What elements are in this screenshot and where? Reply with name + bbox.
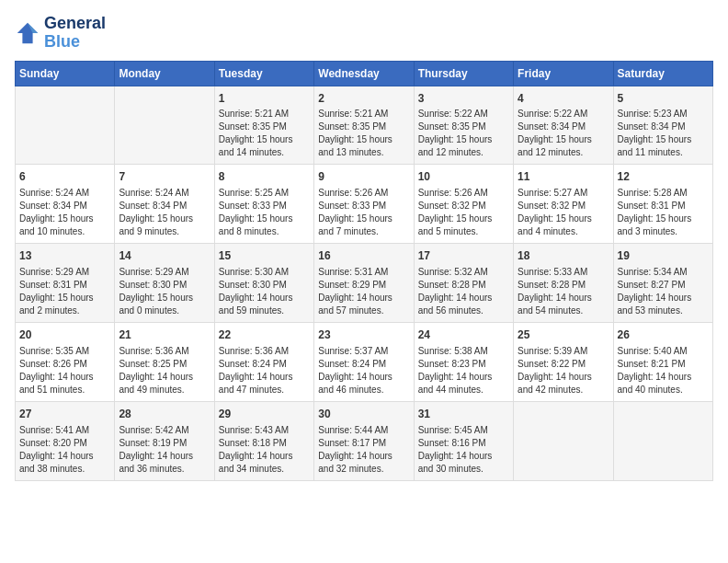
day-info: Sunrise: 5:21 AM Sunset: 8:35 PM Dayligh…: [318, 108, 409, 159]
day-info: Sunrise: 5:38 AM Sunset: 8:23 PM Dayligh…: [418, 345, 509, 396]
day-info: Sunrise: 5:41 AM Sunset: 8:20 PM Dayligh…: [19, 424, 110, 476]
calendar-week-5: 27Sunrise: 5:41 AM Sunset: 8:20 PM Dayli…: [16, 401, 713, 480]
day-info: Sunrise: 5:29 AM Sunset: 8:30 PM Dayligh…: [119, 266, 210, 317]
day-number: 9: [318, 169, 409, 185]
day-info: Sunrise: 5:25 AM Sunset: 8:33 PM Dayligh…: [219, 187, 310, 238]
calendar-cell: 22Sunrise: 5:36 AM Sunset: 8:24 PM Dayli…: [214, 322, 313, 401]
day-header-wednesday: Wednesday: [314, 61, 414, 86]
calendar-cell: 13Sunrise: 5:29 AM Sunset: 8:31 PM Dayli…: [16, 244, 115, 323]
calendar-cell: 7Sunrise: 5:24 AM Sunset: 8:34 PM Daylig…: [115, 165, 214, 244]
day-number: 14: [119, 248, 210, 264]
calendar-cell: 10Sunrise: 5:26 AM Sunset: 8:32 PM Dayli…: [414, 165, 513, 244]
calendar-cell: [16, 86, 115, 165]
day-info: Sunrise: 5:42 AM Sunset: 8:19 PM Dayligh…: [119, 424, 210, 476]
calendar-cell: 5Sunrise: 5:23 AM Sunset: 8:34 PM Daylig…: [613, 86, 712, 165]
calendar-table: SundayMondayTuesdayWednesdayThursdayFrid…: [15, 61, 713, 481]
day-info: Sunrise: 5:34 AM Sunset: 8:27 PM Dayligh…: [618, 266, 709, 317]
day-info: Sunrise: 5:32 AM Sunset: 8:28 PM Dayligh…: [418, 266, 509, 317]
calendar-cell: 16Sunrise: 5:31 AM Sunset: 8:29 PM Dayli…: [314, 244, 414, 323]
day-number: 23: [318, 327, 409, 343]
logo: GeneralBlue: [15, 15, 106, 52]
day-header-saturday: Saturday: [613, 61, 712, 86]
calendar-cell: 31Sunrise: 5:45 AM Sunset: 8:16 PM Dayli…: [414, 401, 513, 480]
day-number: 13: [19, 248, 110, 264]
day-number: 1: [219, 91, 310, 107]
day-info: Sunrise: 5:30 AM Sunset: 8:30 PM Dayligh…: [219, 266, 310, 317]
calendar-week-4: 20Sunrise: 5:35 AM Sunset: 8:26 PM Dayli…: [16, 322, 713, 401]
day-number: 2: [318, 91, 409, 107]
day-info: Sunrise: 5:45 AM Sunset: 8:16 PM Dayligh…: [418, 424, 509, 476]
day-number: 10: [418, 169, 509, 185]
day-number: 20: [19, 327, 110, 343]
day-info: Sunrise: 5:26 AM Sunset: 8:33 PM Dayligh…: [318, 187, 409, 238]
calendar-week-1: 1Sunrise: 5:21 AM Sunset: 8:35 PM Daylig…: [16, 86, 713, 165]
day-info: Sunrise: 5:26 AM Sunset: 8:32 PM Dayligh…: [418, 187, 509, 238]
calendar-cell: 1Sunrise: 5:21 AM Sunset: 8:35 PM Daylig…: [214, 86, 313, 165]
day-info: Sunrise: 5:28 AM Sunset: 8:31 PM Dayligh…: [618, 187, 709, 238]
calendar-cell: [613, 401, 712, 480]
day-header-tuesday: Tuesday: [214, 61, 313, 86]
calendar-week-2: 6Sunrise: 5:24 AM Sunset: 8:34 PM Daylig…: [16, 165, 713, 244]
calendar-cell: 21Sunrise: 5:36 AM Sunset: 8:25 PM Dayli…: [115, 322, 214, 401]
calendar-cell: 8Sunrise: 5:25 AM Sunset: 8:33 PM Daylig…: [214, 165, 313, 244]
calendar-cell: 6Sunrise: 5:24 AM Sunset: 8:34 PM Daylig…: [16, 165, 115, 244]
calendar-cell: 30Sunrise: 5:44 AM Sunset: 8:17 PM Dayli…: [314, 401, 414, 480]
day-info: Sunrise: 5:35 AM Sunset: 8:26 PM Dayligh…: [19, 345, 110, 396]
day-number: 3: [418, 91, 509, 107]
day-number: 4: [518, 91, 609, 107]
day-header-monday: Monday: [115, 61, 214, 86]
day-info: Sunrise: 5:27 AM Sunset: 8:32 PM Dayligh…: [518, 187, 609, 238]
day-info: Sunrise: 5:36 AM Sunset: 8:24 PM Dayligh…: [219, 345, 310, 396]
calendar-cell: 24Sunrise: 5:38 AM Sunset: 8:23 PM Dayli…: [414, 322, 513, 401]
day-info: Sunrise: 5:39 AM Sunset: 8:22 PM Dayligh…: [518, 345, 609, 396]
day-header-sunday: Sunday: [16, 61, 115, 86]
day-number: 30: [318, 407, 409, 422]
day-header-thursday: Thursday: [414, 61, 513, 86]
day-number: 28: [119, 407, 210, 422]
day-number: 24: [418, 327, 509, 343]
calendar-cell: 4Sunrise: 5:22 AM Sunset: 8:34 PM Daylig…: [514, 86, 613, 165]
day-info: Sunrise: 5:24 AM Sunset: 8:34 PM Dayligh…: [19, 187, 110, 238]
calendar-week-3: 13Sunrise: 5:29 AM Sunset: 8:31 PM Dayli…: [16, 244, 713, 323]
day-info: Sunrise: 5:23 AM Sunset: 8:34 PM Dayligh…: [618, 108, 709, 159]
day-number: 18: [518, 248, 609, 264]
day-number: 31: [418, 407, 509, 422]
day-number: 8: [219, 169, 310, 185]
calendar-cell: 15Sunrise: 5:30 AM Sunset: 8:30 PM Dayli…: [214, 244, 313, 323]
day-number: 15: [219, 248, 310, 264]
calendar-cell: 23Sunrise: 5:37 AM Sunset: 8:24 PM Dayli…: [314, 322, 414, 401]
day-number: 22: [219, 327, 310, 343]
logo-text: GeneralBlue: [44, 15, 106, 52]
day-header-friday: Friday: [514, 61, 613, 86]
calendar-cell: [115, 86, 214, 165]
day-info: Sunrise: 5:22 AM Sunset: 8:35 PM Dayligh…: [418, 108, 509, 159]
page-header: GeneralBlue: [15, 15, 713, 52]
day-info: Sunrise: 5:22 AM Sunset: 8:34 PM Dayligh…: [518, 108, 609, 159]
day-info: Sunrise: 5:36 AM Sunset: 8:25 PM Dayligh…: [119, 345, 210, 396]
calendar-cell: 3Sunrise: 5:22 AM Sunset: 8:35 PM Daylig…: [414, 86, 513, 165]
day-info: Sunrise: 5:29 AM Sunset: 8:31 PM Dayligh…: [19, 266, 110, 317]
day-number: 17: [418, 248, 509, 264]
day-number: 27: [19, 407, 110, 422]
day-number: 25: [518, 327, 609, 343]
day-number: 21: [119, 327, 210, 343]
day-number: 16: [318, 248, 409, 264]
day-info: Sunrise: 5:24 AM Sunset: 8:34 PM Dayligh…: [119, 187, 210, 238]
calendar-cell: 2Sunrise: 5:21 AM Sunset: 8:35 PM Daylig…: [314, 86, 414, 165]
calendar-cell: 28Sunrise: 5:42 AM Sunset: 8:19 PM Dayli…: [115, 401, 214, 480]
day-number: 7: [119, 169, 210, 185]
day-info: Sunrise: 5:44 AM Sunset: 8:17 PM Dayligh…: [318, 424, 409, 476]
calendar-cell: 25Sunrise: 5:39 AM Sunset: 8:22 PM Dayli…: [514, 322, 613, 401]
calendar-cell: 17Sunrise: 5:32 AM Sunset: 8:28 PM Dayli…: [414, 244, 513, 323]
calendar-cell: 18Sunrise: 5:33 AM Sunset: 8:28 PM Dayli…: [514, 244, 613, 323]
calendar-cell: 26Sunrise: 5:40 AM Sunset: 8:21 PM Dayli…: [613, 322, 712, 401]
calendar-cell: 27Sunrise: 5:41 AM Sunset: 8:20 PM Dayli…: [16, 401, 115, 480]
calendar-cell: 14Sunrise: 5:29 AM Sunset: 8:30 PM Dayli…: [115, 244, 214, 323]
calendar-cell: 29Sunrise: 5:43 AM Sunset: 8:18 PM Dayli…: [214, 401, 313, 480]
calendar-cell: 11Sunrise: 5:27 AM Sunset: 8:32 PM Dayli…: [514, 165, 613, 244]
day-number: 6: [19, 169, 110, 185]
calendar-cell: 19Sunrise: 5:34 AM Sunset: 8:27 PM Dayli…: [613, 244, 712, 323]
day-number: 29: [219, 407, 310, 422]
calendar-cell: [514, 401, 613, 480]
day-number: 5: [618, 91, 709, 107]
